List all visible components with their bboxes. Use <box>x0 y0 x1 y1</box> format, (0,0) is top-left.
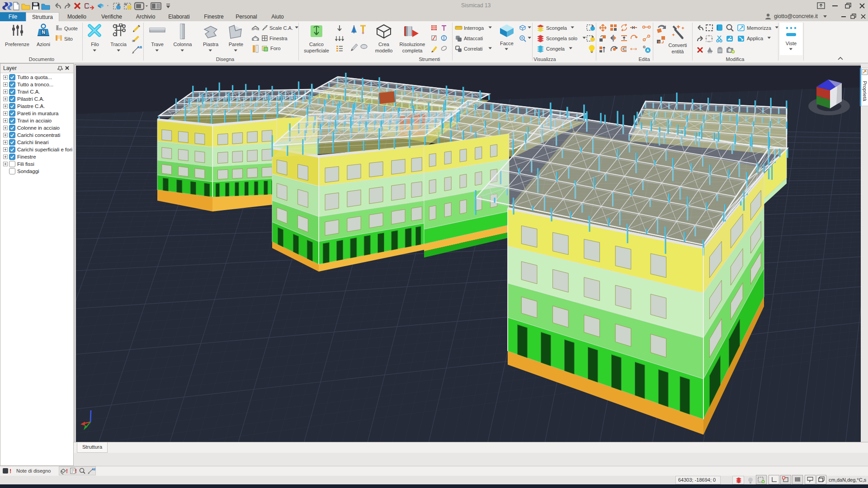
svg-text:!: ! <box>75 468 77 474</box>
svg-text:!: ! <box>9 468 11 474</box>
svg-text:!: ! <box>66 468 68 474</box>
svg-text:AB: AB <box>92 468 95 471</box>
svg-text:N: N <box>42 30 45 35</box>
